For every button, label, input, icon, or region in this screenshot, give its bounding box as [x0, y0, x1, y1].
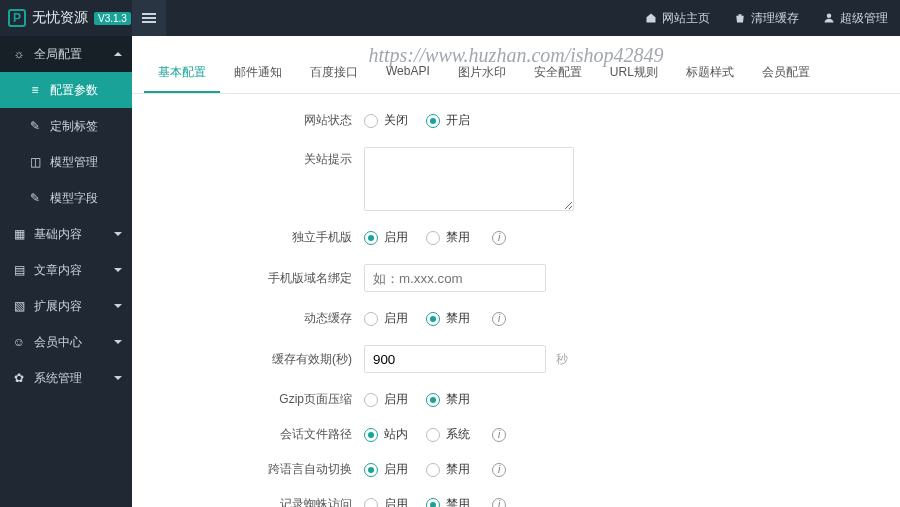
radio-icon [364, 114, 378, 128]
radio-gzip-1[interactable]: 禁用 [426, 391, 470, 408]
top-link-label: 清理缓存 [751, 10, 799, 27]
sidebar-label: 基础内容 [34, 226, 82, 243]
edit-icon: ✎ [28, 191, 42, 205]
document-icon: ▤ [12, 263, 26, 277]
sidebar-item-extend[interactable]: ▧ 扩展内容 [0, 288, 132, 324]
radio-label: 启用 [384, 496, 408, 507]
radio-session_path-0[interactable]: 站内 [364, 426, 408, 443]
label: 网站状态 [132, 112, 364, 129]
chevron-down-icon [114, 268, 122, 272]
hamburger-toggle[interactable] [132, 0, 166, 36]
input-cache_ttl[interactable] [364, 345, 546, 373]
sidebar-item-article[interactable]: ▤ 文章内容 [0, 252, 132, 288]
label: 手机版域名绑定 [132, 270, 364, 287]
sidebar-item-global[interactable]: ☼ 全局配置 [0, 36, 132, 72]
svg-point-0 [827, 14, 832, 19]
grid-icon: ▦ [12, 227, 26, 241]
radio-dyn_cache-1[interactable]: 禁用 [426, 310, 470, 327]
radio-icon [364, 231, 378, 245]
radio-label: 开启 [446, 112, 470, 129]
tab-4[interactable]: 图片水印 [444, 54, 520, 93]
radio-lang_switch-1[interactable]: 禁用 [426, 461, 470, 478]
info-icon[interactable]: i [492, 312, 506, 326]
top-link-clear-cache[interactable]: 清理缓存 [722, 0, 811, 36]
globe-icon: ☼ [12, 47, 26, 61]
radio-label: 禁用 [446, 391, 470, 408]
sidebar: ☼ 全局配置 ≡ 配置参数 ✎ 定制标签 ◫ 模型管理 ✎ 模型字段 ▦ 基础内… [0, 36, 132, 507]
radio-label: 启用 [384, 310, 408, 327]
radio-site_status-1[interactable]: 开启 [426, 112, 470, 129]
top-link-home[interactable]: 网站主页 [633, 0, 722, 36]
radio-icon [426, 463, 440, 477]
chevron-up-icon [114, 52, 122, 56]
radio-label: 系统 [446, 426, 470, 443]
hamburger-icon [142, 13, 156, 23]
sidebar-label: 定制标签 [50, 118, 98, 135]
info-icon[interactable]: i [492, 463, 506, 477]
wrench-icon: ✎ [28, 119, 42, 133]
radio-label: 关闭 [384, 112, 408, 129]
sidebar-item-basic[interactable]: ▦ 基础内容 [0, 216, 132, 252]
label: 记录蜘蛛访问 [132, 496, 364, 507]
row-spider_log: 记录蜘蛛访问启用禁用i [132, 496, 884, 507]
sidebar-item-models[interactable]: ◫ 模型管理 [0, 144, 132, 180]
radio-icon [364, 393, 378, 407]
top-link-admin[interactable]: 超级管理 [811, 0, 900, 36]
sidebar-label: 模型管理 [50, 154, 98, 171]
radio-icon [364, 428, 378, 442]
tab-3[interactable]: WebAPI [372, 54, 444, 93]
radio-icon [426, 114, 440, 128]
tab-0[interactable]: 基本配置 [144, 54, 220, 93]
radio-group: 启用禁用 [364, 391, 488, 408]
sidebar-item-fields[interactable]: ✎ 模型字段 [0, 180, 132, 216]
home-icon [645, 12, 657, 24]
tab-8[interactable]: 会员配置 [748, 54, 824, 93]
radio-label: 禁用 [446, 229, 470, 246]
row-mobile_domain: 手机版域名绑定 [132, 264, 884, 292]
radio-mobile_site-1[interactable]: 禁用 [426, 229, 470, 246]
row-site_status: 网站状态关闭开启 [132, 112, 884, 129]
config-form: 网站状态关闭开启关站提示独立手机版启用禁用i手机版域名绑定动态缓存启用禁用i缓存… [132, 94, 900, 507]
radio-spider_log-0[interactable]: 启用 [364, 496, 408, 507]
sidebar-label: 系统管理 [34, 370, 82, 387]
radio-spider_log-1[interactable]: 禁用 [426, 496, 470, 507]
radio-session_path-1[interactable]: 系统 [426, 426, 470, 443]
tab-6[interactable]: URL规则 [596, 54, 672, 93]
radio-lang_switch-0[interactable]: 启用 [364, 461, 408, 478]
sidebar-label: 文章内容 [34, 262, 82, 279]
chevron-down-icon [114, 232, 122, 236]
radio-gzip-0[interactable]: 启用 [364, 391, 408, 408]
radio-mobile_site-0[interactable]: 启用 [364, 229, 408, 246]
sidebar-item-params[interactable]: ≡ 配置参数 [0, 72, 132, 108]
radio-label: 启用 [384, 461, 408, 478]
label: 缓存有效期(秒) [132, 351, 364, 368]
radio-site_status-0[interactable]: 关闭 [364, 112, 408, 129]
unit: 秒 [556, 351, 568, 368]
radio-icon [364, 312, 378, 326]
radio-group: 启用禁用i [364, 496, 506, 507]
radio-label: 启用 [384, 391, 408, 408]
row-gzip: Gzip页面压缩启用禁用 [132, 391, 884, 408]
sidebar-item-member[interactable]: ☺ 会员中心 [0, 324, 132, 360]
label: Gzip页面压缩 [132, 391, 364, 408]
tab-1[interactable]: 邮件通知 [220, 54, 296, 93]
sidebar-item-system[interactable]: ✿ 系统管理 [0, 360, 132, 396]
sidebar-label: 全局配置 [34, 46, 82, 63]
radio-dyn_cache-0[interactable]: 启用 [364, 310, 408, 327]
main-panel: https://www.huzhan.com/ishop42849 基本配置邮件… [132, 36, 900, 507]
tab-7[interactable]: 标题样式 [672, 54, 748, 93]
textarea-close_tip[interactable] [364, 147, 574, 211]
logo[interactable]: P 无忧资源 V3.1.3 [0, 0, 132, 36]
puzzle-icon: ▧ [12, 299, 26, 313]
info-icon[interactable]: i [492, 428, 506, 442]
top-link-label: 超级管理 [840, 10, 888, 27]
tab-5[interactable]: 安全配置 [520, 54, 596, 93]
trash-icon [734, 12, 746, 24]
radio-label: 禁用 [446, 496, 470, 507]
input-mobile_domain[interactable] [364, 264, 546, 292]
info-icon[interactable]: i [492, 231, 506, 245]
info-icon[interactable]: i [492, 498, 506, 508]
sidebar-item-tags[interactable]: ✎ 定制标签 [0, 108, 132, 144]
tab-2[interactable]: 百度接口 [296, 54, 372, 93]
chevron-down-icon [114, 376, 122, 380]
